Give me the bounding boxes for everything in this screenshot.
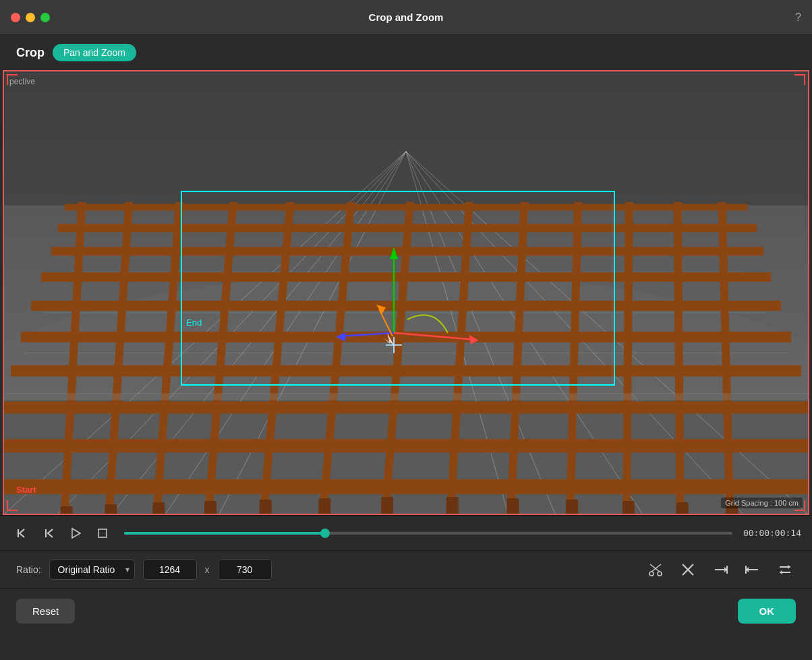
svg-line-73 bbox=[650, 564, 660, 572]
svg-rect-3 bbox=[4, 71, 808, 205]
window-controls bbox=[11, 13, 50, 22]
stop-button[interactable] bbox=[92, 522, 113, 544]
svg-rect-49 bbox=[506, 498, 519, 514]
svg-rect-44 bbox=[204, 501, 216, 514]
transport-bar: 00:00:00:14 bbox=[0, 515, 812, 550]
svg-rect-54 bbox=[4, 393, 808, 400]
svg-rect-50 bbox=[566, 500, 578, 514]
svg-rect-52 bbox=[676, 502, 689, 514]
outer-corner-tl bbox=[7, 74, 18, 85]
scrubber-container[interactable] bbox=[124, 532, 732, 535]
play-button[interactable] bbox=[65, 522, 86, 544]
video-container: pective Start End Grid Spacing : 100 cm bbox=[3, 70, 809, 515]
align-left-button[interactable] bbox=[742, 559, 763, 580]
window-title: Crop and Zoom bbox=[369, 11, 444, 23]
ok-button[interactable]: OK bbox=[738, 599, 796, 624]
reset-button[interactable]: Reset bbox=[16, 599, 75, 624]
crop-scissors-button[interactable] bbox=[645, 559, 666, 580]
start-label: Start bbox=[16, 485, 36, 495]
scrubber-thumb[interactable] bbox=[320, 529, 330, 538]
timecode: 00:00:00:14 bbox=[743, 528, 801, 538]
svg-rect-25 bbox=[4, 401, 808, 413]
svg-rect-26 bbox=[4, 439, 808, 452]
scrubber-fill bbox=[124, 532, 325, 535]
svg-marker-83 bbox=[788, 565, 790, 569]
ratio-actions bbox=[645, 559, 796, 580]
titlebar: Crop and Zoom ? bbox=[0, 0, 812, 35]
scrubber-track[interactable] bbox=[124, 532, 732, 535]
svg-rect-27 bbox=[4, 479, 808, 494]
swap-button[interactable] bbox=[774, 559, 796, 580]
svg-marker-85 bbox=[780, 570, 782, 574]
svg-rect-42 bbox=[105, 504, 117, 514]
svg-rect-46 bbox=[318, 498, 330, 514]
maximize-button[interactable] bbox=[40, 13, 50, 22]
width-input[interactable] bbox=[143, 560, 197, 580]
scene-svg bbox=[4, 71, 808, 514]
svg-rect-47 bbox=[381, 497, 393, 514]
svg-rect-45 bbox=[260, 500, 272, 514]
close-button[interactable] bbox=[11, 13, 20, 22]
svg-rect-43 bbox=[152, 502, 165, 514]
tab-pan-zoom[interactable]: Pan and Zoom bbox=[53, 44, 136, 61]
svg-rect-41 bbox=[61, 506, 73, 514]
tab-crop[interactable]: Crop bbox=[16, 43, 45, 63]
rewind-button[interactable] bbox=[11, 522, 32, 544]
bottom-bar: Reset OK bbox=[0, 588, 812, 634]
outer-corner-tr bbox=[794, 74, 805, 85]
svg-rect-48 bbox=[446, 497, 459, 514]
remove-button[interactable] bbox=[677, 559, 699, 580]
minimize-button[interactable] bbox=[26, 13, 35, 22]
ratio-label: Ratio: bbox=[16, 564, 41, 575]
svg-point-71 bbox=[658, 572, 662, 576]
grid-spacing-label: Grid Spacing : 100 cm bbox=[721, 498, 803, 508]
svg-marker-68 bbox=[72, 529, 80, 538]
svg-rect-51 bbox=[622, 501, 635, 514]
ratio-select[interactable]: Original Ratio 16:9 4:3 1:1 9:16 Custom bbox=[49, 560, 135, 580]
svg-rect-69 bbox=[98, 529, 107, 537]
ratio-bar: Ratio: Original Ratio 16:9 4:3 1:1 9:16 … bbox=[0, 550, 812, 588]
help-icon[interactable]: ? bbox=[795, 11, 801, 24]
height-input[interactable] bbox=[218, 560, 272, 580]
outer-corner-bl bbox=[7, 500, 18, 511]
svg-point-70 bbox=[649, 572, 654, 576]
x-separator: x bbox=[205, 564, 210, 575]
align-right-button[interactable] bbox=[709, 559, 731, 580]
step-back-button[interactable] bbox=[38, 522, 59, 544]
svg-line-72 bbox=[651, 564, 661, 572]
tabbar: Crop Pan and Zoom bbox=[0, 35, 812, 70]
end-label: End bbox=[186, 318, 202, 328]
ratio-select-wrapper[interactable]: Original Ratio 16:9 4:3 1:1 9:16 Custom bbox=[49, 560, 135, 580]
